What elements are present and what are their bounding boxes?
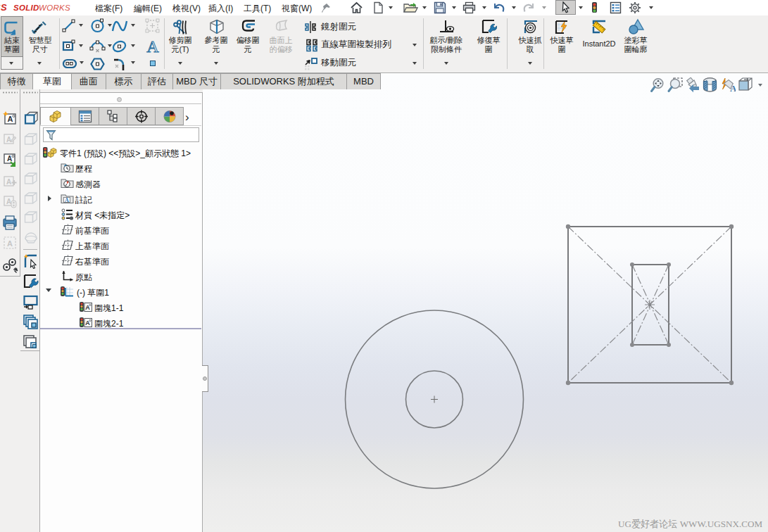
svg-text:A: A — [7, 239, 13, 248]
svg-text:A: A — [65, 197, 69, 203]
svg-text:SOLID: SOLID — [13, 4, 39, 12]
svg-text:A: A — [7, 155, 12, 163]
svg-text:A: A — [730, 83, 736, 93]
svg-text:A: A — [6, 198, 11, 205]
svg-text:WORKS: WORKS — [39, 4, 70, 12]
svg-text:S: S — [1, 2, 7, 13]
svg-text:A: A — [6, 178, 11, 186]
svg-text:A: A — [8, 115, 13, 123]
svg-text:A: A — [146, 39, 159, 54]
